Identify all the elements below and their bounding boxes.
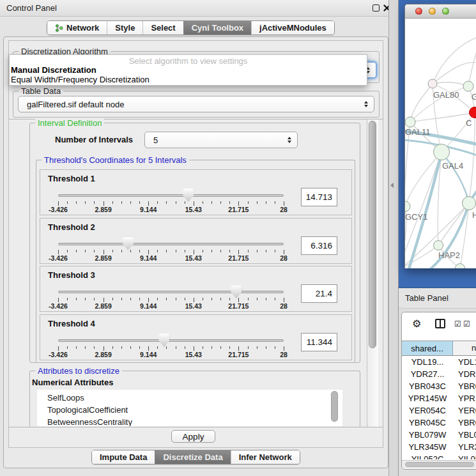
network-node-gcy1[interactable] [405, 201, 410, 211]
slider-tick [139, 250, 140, 252]
slider-tick [185, 250, 185, 252]
network-node-gal80[interactable] [428, 79, 437, 88]
network-node-gal4[interactable] [434, 144, 450, 160]
slider-tick [275, 298, 275, 300]
split-view-icon[interactable] [435, 319, 445, 328]
slider-tick [58, 298, 59, 302]
tab-impute-data[interactable]: Impute Data [92, 450, 155, 464]
dropdown-option-manual[interactable]: Manual Discretization [10, 65, 367, 75]
network-edge[interactable] [468, 47, 476, 86]
tab-infer-network[interactable]: Infer Network [231, 450, 300, 464]
network-canvas[interactable]: GAL80GACGAL11GAL4GCY1HHAP2 [405, 19, 476, 268]
close-light-icon[interactable] [415, 8, 422, 15]
threshold-label: Threshold 3 [48, 270, 95, 280]
network-edge[interactable] [410, 112, 475, 122]
slider-track[interactable] [58, 339, 284, 342]
slider-tick [194, 201, 194, 206]
dropdown-option-equal-width[interactable]: Equal Width/Frequency Discretization [10, 75, 367, 84]
thresholds-groupbox: Threshold's Coordinates for 5 Intervals … [36, 160, 355, 363]
tab-discretize-data[interactable]: Discretize Data [155, 450, 230, 464]
network-node-hap2[interactable] [434, 241, 443, 250]
table-row[interactable]: YLR345WYLR345W [402, 441, 476, 453]
threshold-value-field[interactable]: 6.316 [301, 236, 337, 255]
network-node-label: GCY1 [405, 212, 427, 222]
network-window-titlebar[interactable] [405, 4, 476, 19]
table-hscrollbar-track[interactable] [402, 460, 476, 468]
table-panel-title: Table Panel [399, 293, 449, 303]
network-window[interactable]: GAL80GACGAL11GAL4GCY1HHAP2 [404, 4, 476, 268]
slider-tick [220, 298, 221, 300]
column-header-name[interactable]: name [453, 341, 476, 355]
gear-icon[interactable]: ⚙ [412, 318, 421, 330]
dropdown-placeholder-option[interactable]: Select algorithm to view settings [10, 55, 367, 65]
list-scrollbar-thumb[interactable] [331, 391, 338, 422]
checkbox-icon[interactable]: ☑ [463, 319, 470, 328]
slider-tick [112, 298, 113, 300]
checkbox-icon[interactable]: ☑ [454, 319, 461, 328]
slider-tick-label: 28 [263, 206, 304, 213]
network-node-ga[interactable] [463, 81, 473, 91]
list-item[interactable]: SelfLoops [47, 392, 84, 404]
slider-tick [85, 298, 86, 300]
zoom-light-icon[interactable] [442, 8, 449, 15]
column-header-shared-name[interactable]: shared... [402, 341, 453, 355]
network-node[interactable] [456, 264, 465, 269]
network-edge[interactable] [433, 36, 476, 84]
slider-thumb[interactable] [123, 237, 134, 250]
tab-style[interactable]: Style [107, 21, 142, 35]
panel-splitter[interactable] [388, 0, 399, 476]
slider-tick [220, 201, 221, 204]
table-row[interactable]: YBR043CYBR043C [402, 380, 476, 392]
tab-select[interactable]: Select [142, 21, 183, 35]
minimize-light-icon[interactable] [429, 8, 436, 15]
threshold-label: Threshold 2 [48, 222, 95, 232]
table-row[interactable]: YBL079WYBL079W [402, 429, 476, 441]
slider-thumb[interactable] [183, 188, 194, 202]
table-row[interactable]: YDL19...YDL19... [402, 356, 476, 368]
slider-tick [104, 201, 104, 206]
tab-jactivemnodules[interactable]: jActiveMNodules [251, 21, 334, 35]
attributes-group-title: Attributes to discretize [35, 366, 122, 376]
table-row[interactable]: YER054CYER054C [402, 404, 476, 417]
slider-tick-label: 28 [263, 254, 304, 262]
slider-tick-label: 9.144 [128, 254, 169, 262]
list-item[interactable]: TopologicalCoefficient [47, 404, 128, 416]
numerical-attributes-list[interactable]: SelfLoopsTopologicalCoefficientBetweenne… [37, 390, 342, 426]
table-hscrollbar-thumb[interactable] [405, 462, 474, 467]
threshold-value-field[interactable]: 11.344 [301, 333, 337, 351]
splitter-collapse-icon[interactable] [390, 183, 394, 188]
tab-network[interactable]: Network [47, 21, 107, 35]
tab-label: Cyni Toolbox [192, 23, 243, 33]
slider-track[interactable] [58, 243, 284, 245]
network-node-gal11[interactable] [405, 117, 415, 127]
cell-shared-name: YDL19... [402, 356, 453, 368]
network-edge-highlighted[interactable] [441, 152, 469, 203]
table-row[interactable]: YBR045CYBR045C [402, 417, 476, 429]
network-edge-highlighted[interactable] [409, 152, 441, 268]
num-intervals-combobox[interactable]: 5 [144, 132, 298, 148]
apply-button[interactable]: Apply [171, 430, 215, 443]
slider-tick [67, 201, 68, 204]
slider-tick [257, 250, 257, 252]
table-data-combobox[interactable]: galFiltered.sif default node [18, 96, 374, 112]
num-intervals-label: Number of Intervals [55, 135, 133, 144]
slider-track[interactable] [58, 194, 284, 197]
slider-tick [94, 346, 95, 349]
network-edge[interactable] [410, 84, 433, 122]
network-node-h[interactable] [463, 197, 476, 210]
slider-track[interactable] [58, 291, 284, 293]
threshold-value-field[interactable]: 21.4 [301, 284, 337, 303]
slider-thumb[interactable] [231, 285, 242, 298]
interval-definition-title: Interval Definition [35, 118, 104, 128]
threshold-value-field[interactable]: 14.713 [301, 188, 337, 206]
list-item[interactable]: BetweennessCentrality [47, 416, 132, 426]
table-row[interactable]: YPR145WYPR145W [402, 392, 476, 404]
slider-tick [248, 298, 249, 300]
float-window-icon[interactable] [372, 4, 380, 12]
main-scrollbar-thumb[interactable] [369, 121, 376, 348]
tab-cyni-toolbox[interactable]: Cyni Toolbox [183, 21, 251, 35]
slider-thumb[interactable] [158, 334, 169, 347]
slider-tick [166, 346, 167, 349]
table-row[interactable]: YIL052CYIL052C [402, 453, 476, 459]
table-row[interactable]: YDR27...YDR27... [402, 368, 476, 380]
